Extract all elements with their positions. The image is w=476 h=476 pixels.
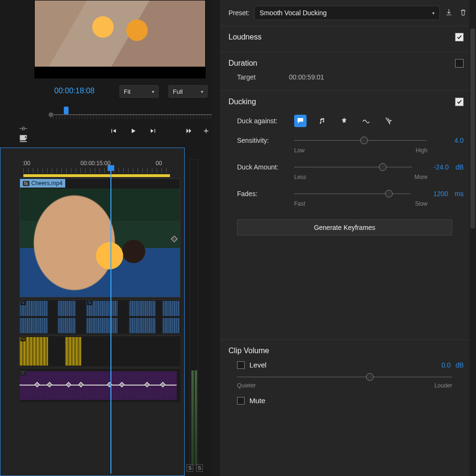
skip-forward-icon[interactable] — [182, 124, 196, 138]
video-track[interactable]: fx Cheers.mp4 — [20, 178, 180, 298]
level-unit: dB — [456, 361, 464, 369]
scrub-track — [50, 114, 218, 115]
fades-unit: ms — [455, 190, 464, 198]
scrub-ticks — [50, 116, 218, 119]
chevron-down-icon: ▾ — [152, 89, 154, 94]
amount-lo: Less — [294, 174, 306, 180]
program-monitor: 00:00:18:08 Fit ▾ Full ▾ — [12, 0, 210, 143]
solo-left-button[interactable]: S — [187, 464, 193, 472]
target-value[interactable]: 00:00:59:01 — [289, 73, 324, 81]
video-clip-label[interactable]: fx Cheers.mp4 — [20, 179, 65, 188]
generate-keyframes-button[interactable]: Generate Keyframes — [237, 219, 452, 236]
chevron-down-icon: ▾ — [201, 89, 203, 94]
fades-hi: Slow — [415, 200, 427, 207]
panel-divider[interactable] — [212, 0, 220, 476]
step-forward-button[interactable] — [146, 124, 160, 138]
audio-track-2[interactable]: fx — [20, 336, 180, 366]
scrub-in-point[interactable] — [49, 112, 53, 117]
sensitivity-hi: High — [416, 147, 427, 154]
step-back-button[interactable] — [106, 124, 120, 138]
audio-track-1[interactable]: fx fx — [20, 299, 180, 334]
sensitivity-value[interactable]: 4.0 — [432, 137, 464, 144]
zoom-select[interactable]: Fit ▾ — [119, 85, 159, 98]
solo-buttons: S S — [187, 464, 203, 472]
target-label: Target — [237, 73, 256, 81]
clip-name: Cheers.mp4 — [31, 180, 62, 187]
export-frame-icon[interactable] — [18, 133, 29, 144]
audio-track-3[interactable]: fx — [20, 368, 180, 402]
mute-checkbox[interactable] — [237, 397, 245, 405]
ruler-label: 00:00:15:00 — [80, 160, 110, 167]
duck-sfx-icon[interactable] — [338, 115, 350, 127]
duck-dialogue-icon[interactable] — [294, 115, 307, 127]
timeline-ruler[interactable]: :00 00:00:15:00 00 — [0, 148, 184, 177]
zoom-value: Fit — [124, 88, 130, 95]
delete-preset-icon[interactable] — [459, 8, 467, 18]
loudness-checkbox[interactable] — [455, 33, 464, 41]
fades-label: Fades: — [237, 190, 288, 198]
amount-hi: More — [415, 174, 427, 180]
duck-amount-slider[interactable] — [294, 162, 412, 172]
fades-lo: Fast — [294, 200, 305, 207]
sensitivity-lo: Low — [294, 147, 305, 154]
level-label: Level — [249, 361, 267, 369]
save-preset-icon[interactable] — [445, 8, 453, 18]
video-clip-thumb — [20, 188, 180, 297]
transport-controls — [74, 124, 217, 138]
chevron-down-icon: ▾ — [432, 10, 435, 16]
duration-checkbox[interactable] — [455, 59, 464, 68]
fades-value[interactable]: 1200 — [416, 190, 448, 198]
duck-amount-label: Duck Amount: — [237, 163, 288, 171]
essential-sound-panel: Preset: Smooth Vocal Ducking ▾ Loudness … — [220, 0, 476, 476]
work-area-bar[interactable] — [23, 174, 170, 177]
duck-ambience-icon[interactable] — [360, 115, 372, 127]
scrollbar-thumb[interactable] — [470, 29, 475, 228]
insert-icon[interactable] — [19, 125, 28, 132]
ruler-label: :00 — [22, 160, 30, 167]
ruler-ticks — [23, 168, 170, 173]
level-hi: Louder — [435, 382, 452, 389]
preset-select[interactable]: Smooth Vocal Ducking ▾ — [254, 6, 440, 20]
play-button[interactable] — [126, 124, 140, 138]
sensitivity-label: Sensitivity: — [237, 137, 288, 144]
ducking-checkbox[interactable] — [455, 98, 464, 106]
ruler-label: 00 — [156, 160, 162, 167]
timeline-playhead[interactable] — [110, 169, 111, 474]
add-button[interactable] — [199, 124, 213, 138]
mute-label: Mute — [249, 397, 265, 405]
duck-amount-unit: dB — [456, 163, 464, 171]
scrub-bar[interactable] — [50, 105, 218, 118]
audio-meter — [189, 159, 198, 469]
resolution-value: Full — [173, 88, 183, 95]
fx-badge: fx — [23, 181, 30, 186]
level-checkbox[interactable] — [237, 361, 245, 369]
level-value[interactable]: 0.0 — [441, 361, 450, 369]
fades-slider[interactable] — [294, 189, 411, 198]
panel-scrollbar[interactable] — [469, 0, 476, 476]
playhead-marker[interactable] — [64, 107, 69, 114]
timecode[interactable]: 00:00:18:08 — [54, 87, 95, 95]
duck-music-icon[interactable] — [316, 115, 328, 127]
resolution-select[interactable]: Full ▾ — [169, 85, 208, 98]
preset-label: Preset: — [228, 9, 249, 17]
monitor-video-thumb — [35, 0, 205, 67]
preset-value: Smooth Vocal Ducking — [259, 9, 327, 17]
timeline-panel: :00 00:00:15:00 00 fx Cheers.mp4 fx fx — [0, 148, 185, 476]
monitor-frame — [34, 0, 206, 79]
duck-against-label: Duck against: — [237, 117, 288, 125]
duck-amount-value[interactable]: -24.0 — [417, 163, 449, 171]
sensitivity-slider[interactable] — [294, 136, 426, 145]
loudness-title: Loudness — [228, 33, 261, 41]
level-slider[interactable] — [237, 373, 452, 381]
duck-unassigned-icon[interactable] — [382, 115, 394, 127]
clip-volume-title: Clip Volume — [228, 347, 269, 355]
level-lo: Quieter — [237, 382, 256, 389]
duration-title: Duration — [228, 59, 257, 68]
ducking-title: Ducking — [228, 98, 256, 106]
solo-right-button[interactable]: S — [196, 464, 203, 472]
